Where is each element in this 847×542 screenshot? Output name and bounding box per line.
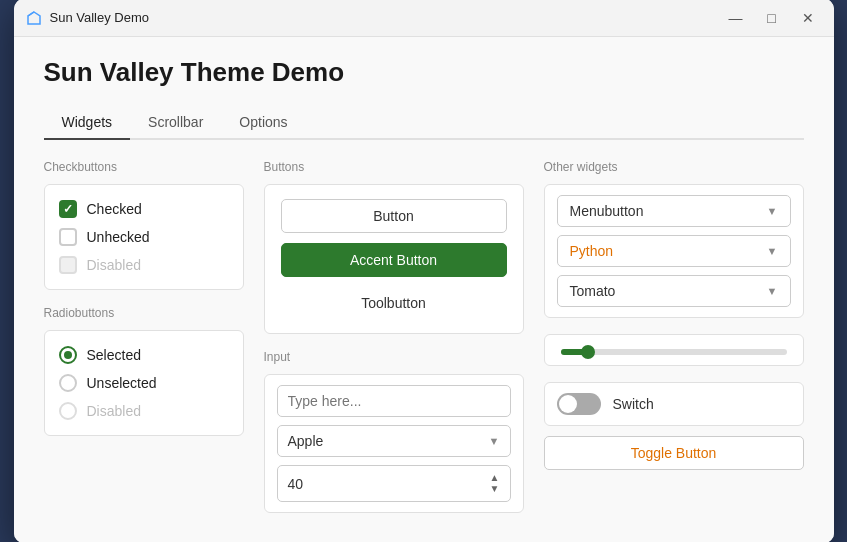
combo-tomato-chevron: ▼	[767, 285, 778, 297]
maximize-button[interactable]: □	[758, 4, 786, 32]
window-body: Sun Valley Theme Demo Widgets Scrollbar …	[14, 37, 834, 542]
checkbox-checked-box[interactable]	[59, 200, 77, 218]
radio-unselected-label: Unselected	[87, 375, 157, 391]
spinner-controls: ▲ ▼	[490, 473, 500, 494]
left-column: Checkbuttons Checked Unhecked Disabled	[44, 160, 244, 513]
menubutton[interactable]: Menubutton ▼	[557, 195, 791, 227]
checkbox-checked[interactable]: Checked	[59, 195, 229, 223]
slider-track[interactable]	[561, 349, 787, 355]
tool-button[interactable]: Toolbutton	[281, 287, 507, 319]
dropdown-apple-value: Apple	[288, 433, 324, 449]
slider-thumb[interactable]	[581, 345, 595, 359]
checkbox-disabled: Disabled	[59, 251, 229, 279]
right-column: Other widgets Menubutton ▼ Python ▼ Toma…	[544, 160, 804, 513]
combo-tomato-value: Tomato	[570, 283, 616, 299]
page-title: Sun Valley Theme Demo	[44, 57, 804, 88]
radiobuttons-label: Radiobuttons	[44, 306, 244, 320]
tab-scrollbar[interactable]: Scrollbar	[130, 106, 221, 140]
toggle-button[interactable]: Toggle Button	[544, 436, 804, 470]
spinner-down-arrow[interactable]: ▼	[490, 484, 500, 494]
other-widgets-label: Other widgets	[544, 160, 804, 174]
button-group: Button Accent Button Toolbutton	[264, 184, 524, 334]
buttons-label: Buttons	[264, 160, 524, 174]
other-group: Menubutton ▼ Python ▼ Tomato ▼	[544, 184, 804, 318]
radio-selected-circle[interactable]	[59, 346, 77, 364]
checkbox-checked-label: Checked	[87, 201, 142, 217]
window-title: Sun Valley Demo	[50, 10, 722, 25]
accent-button[interactable]: Accent Button	[281, 243, 507, 277]
checkbox-disabled-label: Disabled	[87, 257, 141, 273]
checkbox-unchecked-label: Unhecked	[87, 229, 150, 245]
switch-label: Switch	[613, 396, 654, 412]
switch-thumb	[559, 395, 577, 413]
radio-unselected[interactable]: Unselected	[59, 369, 229, 397]
app-window: Sun Valley Demo — □ ✕ Sun Valley Theme D…	[14, 0, 834, 542]
radio-disabled-circle	[59, 402, 77, 420]
tab-options[interactable]: Options	[221, 106, 305, 140]
input-group: Apple ▼ 40 ▲ ▼	[264, 374, 524, 513]
dropdown-apple[interactable]: Apple ▼	[277, 425, 511, 457]
switch-toggle[interactable]	[557, 393, 601, 415]
checkbox-group: Checked Unhecked Disabled	[44, 184, 244, 290]
svg-marker-0	[28, 12, 40, 24]
spinner[interactable]: 40 ▲ ▼	[277, 465, 511, 502]
spinner-value: 40	[288, 476, 304, 492]
normal-button[interactable]: Button	[281, 199, 507, 233]
dropdown-apple-chevron: ▼	[489, 435, 500, 447]
svg-line-1	[28, 12, 34, 16]
tab-bar: Widgets Scrollbar Options	[44, 106, 804, 140]
combo-python-chevron: ▼	[767, 245, 778, 257]
combo-python[interactable]: Python ▼	[557, 235, 791, 267]
slider-container	[544, 334, 804, 366]
radio-unselected-circle[interactable]	[59, 374, 77, 392]
input-label: Input	[264, 350, 524, 364]
tab-widgets[interactable]: Widgets	[44, 106, 131, 140]
combo-tomato[interactable]: Tomato ▼	[557, 275, 791, 307]
radio-disabled-label: Disabled	[87, 403, 141, 419]
checkbox-disabled-box	[59, 256, 77, 274]
close-button[interactable]: ✕	[794, 4, 822, 32]
menubutton-label: Menubutton	[570, 203, 644, 219]
radio-group: Selected Unselected Disabled	[44, 330, 244, 436]
text-input[interactable]	[277, 385, 511, 417]
radio-selected-label: Selected	[87, 347, 141, 363]
radio-selected[interactable]: Selected	[59, 341, 229, 369]
titlebar: Sun Valley Demo — □ ✕	[14, 0, 834, 37]
combo-python-value: Python	[570, 243, 614, 259]
app-icon	[26, 10, 42, 26]
spinner-up-arrow[interactable]: ▲	[490, 473, 500, 483]
checkbuttons-label: Checkbuttons	[44, 160, 244, 174]
window-controls: — □ ✕	[722, 4, 822, 32]
menubutton-chevron: ▼	[767, 205, 778, 217]
radio-disabled: Disabled	[59, 397, 229, 425]
content-grid: Checkbuttons Checked Unhecked Disabled	[44, 160, 804, 513]
middle-column: Buttons Button Accent Button Toolbutton …	[264, 160, 524, 513]
switch-row: Switch	[544, 382, 804, 426]
checkbox-unchecked-box[interactable]	[59, 228, 77, 246]
minimize-button[interactable]: —	[722, 4, 750, 32]
checkbox-unchecked[interactable]: Unhecked	[59, 223, 229, 251]
